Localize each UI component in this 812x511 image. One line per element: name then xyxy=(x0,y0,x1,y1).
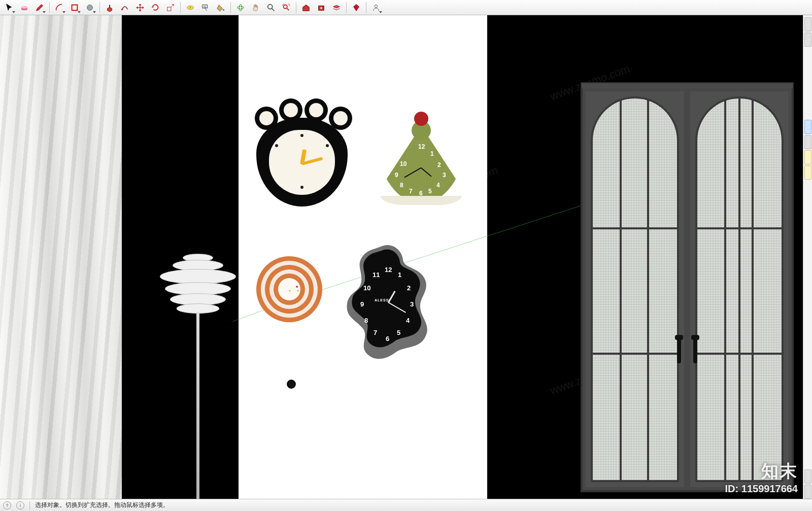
clock-number: 10 xyxy=(400,160,407,167)
clock-number: 1 xyxy=(398,271,401,279)
eraser-tool[interactable] xyxy=(17,1,31,14)
floor-lamp-model xyxy=(152,254,244,499)
extensions-tool[interactable] xyxy=(314,1,328,14)
clock-number: 5 xyxy=(397,329,400,336)
svg-point-14 xyxy=(284,5,287,8)
user-account[interactable] xyxy=(369,1,383,14)
shapes-tool[interactable] xyxy=(67,1,82,14)
svg-point-12 xyxy=(239,4,242,11)
svg-point-3 xyxy=(87,5,93,10)
toolbar-separator xyxy=(180,2,181,13)
svg-point-11 xyxy=(238,6,244,9)
orbit-tool[interactable] xyxy=(233,1,248,14)
clock-number: 2 xyxy=(407,284,411,292)
move-tool[interactable] xyxy=(133,1,147,14)
svg-point-16 xyxy=(320,7,322,9)
clock-number: 7 xyxy=(374,329,377,336)
toolbar-separator xyxy=(230,2,231,13)
warehouse-tool[interactable] xyxy=(299,1,313,14)
svg-text:A1: A1 xyxy=(204,5,207,8)
toolbar-separator xyxy=(99,2,100,13)
pushpull-tool[interactable] xyxy=(103,1,117,14)
paint-bucket-tool[interactable] xyxy=(214,1,228,14)
clock-number: 10 xyxy=(363,284,370,292)
tray-tab[interactable] xyxy=(804,120,811,134)
svg-rect-5 xyxy=(167,7,171,11)
status-bar: ? i 选择对象。切换到扩充选择。拖动鼠标选择多项。 xyxy=(0,499,812,511)
clock-number: 1 xyxy=(430,150,434,157)
tray-tab[interactable] xyxy=(804,150,811,164)
blob-clock-model: 12 1 2 3 4 5 6 7 8 9 10 11 ALESSI xyxy=(345,244,431,360)
circle-tool[interactable] xyxy=(83,1,97,14)
svg-point-17 xyxy=(375,5,377,7)
arc-tool[interactable] xyxy=(52,1,66,14)
clock-number: 11 xyxy=(373,271,380,279)
select-tool[interactable] xyxy=(2,1,16,14)
rotate-tool[interactable] xyxy=(148,1,162,14)
ruby-tool[interactable] xyxy=(349,1,363,14)
svg-point-10 xyxy=(223,9,225,11)
clock-number: 12 xyxy=(385,266,392,274)
clock-number: 3 xyxy=(443,172,446,179)
tray-tab[interactable] xyxy=(804,165,811,180)
tray-tab[interactable] xyxy=(804,485,811,499)
clock-number: 6 xyxy=(386,335,389,343)
pan-tool[interactable] xyxy=(249,1,263,14)
tray-tab[interactable] xyxy=(804,32,811,47)
clock-number: 4 xyxy=(406,317,410,324)
status-help-button[interactable]: ? xyxy=(3,501,11,509)
zoom-tool[interactable] xyxy=(264,1,278,14)
status-info-button[interactable]: i xyxy=(16,501,24,509)
clock-number: 9 xyxy=(360,300,364,308)
clock-number: 7 xyxy=(409,188,413,195)
scale-tool[interactable] xyxy=(163,1,178,14)
clock-number: 4 xyxy=(436,182,440,189)
tray-tab[interactable] xyxy=(804,17,811,31)
clock-number: 9 xyxy=(395,172,398,179)
svg-rect-2 xyxy=(72,5,78,10)
toolbar-separator xyxy=(49,2,50,13)
svg-point-7 xyxy=(190,7,191,8)
toolbar-separator xyxy=(296,2,296,13)
text-label-tool[interactable]: A1 xyxy=(198,1,213,14)
curtain-model xyxy=(0,15,122,499)
followme-tool[interactable] xyxy=(118,1,132,14)
clock-number: 12 xyxy=(418,143,425,150)
clock-number: 8 xyxy=(400,182,403,189)
tape-measure-tool[interactable] xyxy=(183,1,197,14)
double-door-model xyxy=(581,86,794,492)
clock-number: 2 xyxy=(437,161,441,168)
paw-clock-model xyxy=(254,101,350,208)
toolbar-separator xyxy=(346,2,347,13)
status-hint-text: 选择对象。切换到扩充选择。拖动鼠标选择多项。 xyxy=(35,501,169,509)
toolbar-separator xyxy=(366,2,366,13)
layers-tool[interactable] xyxy=(329,1,344,14)
clock-number: 5 xyxy=(428,188,432,195)
svg-point-13 xyxy=(268,4,273,9)
main-toolbar: A1 xyxy=(0,0,812,15)
zoom-extents-tool[interactable] xyxy=(279,1,293,14)
svg-point-4 xyxy=(121,8,123,10)
clock-number: 3 xyxy=(410,300,414,308)
model-viewport[interactable]: 相邻 www.znzmo.com www.znzmo.com www.znzmo… xyxy=(0,15,803,499)
tree-clock-model: 12 1 2 3 4 5 6 7 8 9 10 xyxy=(376,112,467,208)
tray-tab[interactable] xyxy=(804,135,811,149)
pendulum-dot xyxy=(287,380,296,389)
ring-clock-model xyxy=(256,256,322,322)
pencil-tool[interactable] xyxy=(32,1,47,14)
right-tray-panel[interactable] xyxy=(803,15,812,499)
clock-number: 6 xyxy=(419,190,423,197)
svg-rect-1 xyxy=(22,7,27,8)
clock-number: 8 xyxy=(364,317,368,324)
tray-tab[interactable] xyxy=(804,469,811,484)
